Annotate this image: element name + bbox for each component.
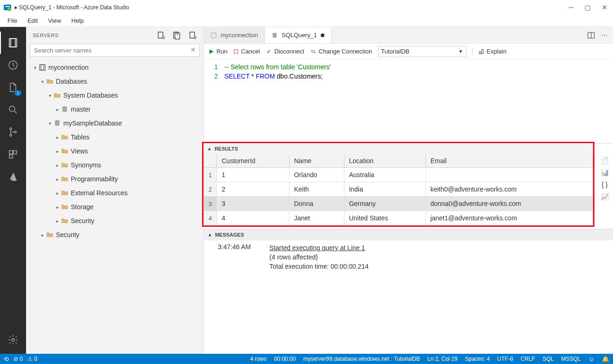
svg-point-2 [7, 7, 11, 11]
status-spaces[interactable]: Spaces: 4 [465, 356, 490, 362]
tree-folder-programmability[interactable]: ▸Programmability [26, 172, 203, 186]
status-eol[interactable]: CRLF [520, 356, 535, 362]
results-grid[interactable]: CustomerId Name Location Email 11Orlando… [203, 154, 593, 225]
svg-rect-4 [11, 39, 15, 47]
svg-rect-11 [13, 151, 17, 154]
sidebar-title: SERVERS [33, 33, 157, 38]
menubar: File Edit View Help [0, 15, 613, 27]
run-button[interactable]: Run [209, 48, 228, 55]
tree-sample-db[interactable]: ▾mySampleDatabase [26, 116, 203, 130]
status-position[interactable]: Ln 2, Col 29 [427, 356, 458, 362]
activity-explorer[interactable]: 1 [0, 76, 26, 99]
chart-icon[interactable]: 📈 [601, 193, 609, 200]
svg-rect-20 [40, 65, 45, 70]
feedback-icon[interactable]: ☺ [588, 356, 594, 363]
svg-rect-24 [211, 33, 216, 38]
menu-help[interactable]: Help [67, 16, 88, 26]
table-row[interactable]: 22KeithIndiakeith0@adventure-works.com [204, 182, 593, 197]
tree-system-databases[interactable]: ▾System Databases [26, 88, 203, 102]
notifications-icon[interactable]: 🔔 [602, 356, 609, 363]
tree-master-db[interactable]: ▸master [26, 102, 203, 116]
table-row[interactable]: 44JanetUnited Statesjanet1@adventure-wor… [204, 211, 593, 225]
editor-area: myconnection SQLQuery_1 ⋯ Run Cancel Dis… [204, 27, 613, 354]
remote-icon[interactable]: ⟲ [4, 356, 9, 363]
tree-folder-external[interactable]: ▸External Resources [26, 186, 203, 200]
status-warnings[interactable]: ⚠ 0 [27, 356, 37, 362]
status-rows[interactable]: 4 rows [250, 356, 266, 362]
save-csv-icon[interactable]: 📄 [601, 157, 609, 164]
tree-connection[interactable]: ▾myconnection [26, 60, 203, 74]
svg-point-9 [14, 131, 16, 133]
messages-header[interactable]: ▲MESSAGES [204, 229, 613, 240]
tree-folder-storage[interactable]: ▸Storage [26, 200, 203, 214]
database-icon [271, 32, 278, 39]
menu-file[interactable]: File [3, 16, 22, 26]
results-header[interactable]: ▲RESULTS [203, 143, 593, 154]
status-errors[interactable]: ⊘ 0 [13, 356, 23, 362]
col-email[interactable]: Email [425, 154, 593, 168]
tab-sqlquery[interactable]: SQLQuery_1 [265, 27, 331, 43]
save-json-icon[interactable]: { } [601, 181, 607, 188]
chevron-down-icon: ▼ [458, 49, 463, 54]
explain-button[interactable]: Explain [478, 48, 507, 55]
menu-edit[interactable]: Edit [23, 16, 42, 26]
window-maximize-button[interactable]: ▢ [585, 4, 591, 11]
server-icon [210, 32, 217, 39]
tree-folder-views[interactable]: ▸Views [26, 144, 203, 158]
search-input[interactable] [30, 44, 200, 57]
col-name[interactable]: Name [289, 154, 344, 168]
database-select[interactable]: TutorialDB▼ [378, 46, 466, 57]
new-query-icon[interactable] [189, 31, 197, 40]
table-row[interactable]: 11OrlandoAustralia [204, 168, 593, 182]
svg-rect-12 [9, 155, 13, 158]
svg-point-7 [10, 128, 12, 130]
tree-folder-synonyms[interactable]: ▸Synonyms [26, 158, 203, 172]
message-line: (4 rows affected) [269, 252, 369, 262]
status-elapsed[interactable]: 00:00:00 [274, 356, 296, 362]
tree-folder-security-db[interactable]: ▸Security [26, 214, 203, 228]
new-connection-icon[interactable] [157, 31, 165, 40]
window-minimize-button[interactable]: ─ [569, 4, 573, 11]
status-encoding[interactable]: UTF-8 [497, 356, 513, 362]
activity-extensions[interactable] [0, 143, 26, 165]
window-close-button[interactable]: ✕ [602, 4, 607, 11]
more-actions-icon[interactable]: ⋯ [601, 32, 607, 39]
window-title: ● SQLQuery_1 - Microsoft - Azure Data St… [14, 4, 129, 11]
activity-task-history[interactable] [0, 54, 26, 76]
dirty-indicator-icon [321, 33, 324, 37]
activity-settings[interactable] [0, 329, 26, 351]
clear-search-icon[interactable]: ✕ [190, 46, 196, 53]
svg-point-13 [12, 338, 14, 341]
sidebar: SERVERS ✕ ▾myconnection ▾Databases ▾Syst… [26, 27, 204, 354]
tree-security[interactable]: ▸Security [26, 228, 203, 242]
split-editor-icon[interactable] [587, 32, 595, 39]
status-mode[interactable]: MSSQL [561, 356, 581, 362]
svg-rect-21 [41, 65, 44, 70]
tree-folder-tables[interactable]: ▸Tables [26, 130, 203, 144]
menu-view[interactable]: View [43, 16, 66, 26]
col-customerid[interactable]: CustomerId [217, 154, 289, 168]
tab-myconnection[interactable]: myconnection [204, 27, 265, 43]
app-icon [4, 4, 11, 11]
statusbar: ⟲ ⊘ 0 ⚠ 0 4 rows 00:00:00 myserver99.dat… [0, 354, 613, 364]
change-connection-button[interactable]: Change Connection [310, 48, 372, 55]
table-row[interactable]: 33DonnaGermanydonna0@adventure-works.com [204, 197, 593, 211]
status-lang[interactable]: SQL [543, 356, 554, 362]
activity-search[interactable] [0, 99, 26, 121]
svg-rect-27 [234, 50, 238, 53]
col-location[interactable]: Location [344, 154, 425, 168]
separator [472, 47, 472, 56]
activity-source-control[interactable] [0, 121, 26, 143]
activitybar: 1 [0, 27, 26, 354]
status-server[interactable]: myserver99.database.windows.net : Tutori… [303, 356, 420, 362]
activity-servers[interactable] [0, 32, 26, 54]
tree-databases[interactable]: ▾Databases [26, 74, 203, 88]
activity-azure[interactable] [0, 165, 26, 188]
new-group-icon[interactable] [173, 31, 181, 40]
code-editor[interactable]: 1 2 -- Select rows from table 'Customers… [204, 60, 613, 143]
disconnect-button[interactable]: Disconnect [265, 48, 304, 55]
svg-point-8 [10, 134, 12, 136]
editor-toolbar: Run Cancel Disconnect Change Connection … [204, 44, 613, 60]
save-excel-icon[interactable]: 📊 [601, 169, 609, 176]
results-actions: 📄 📊 { } 📈 [596, 144, 613, 229]
